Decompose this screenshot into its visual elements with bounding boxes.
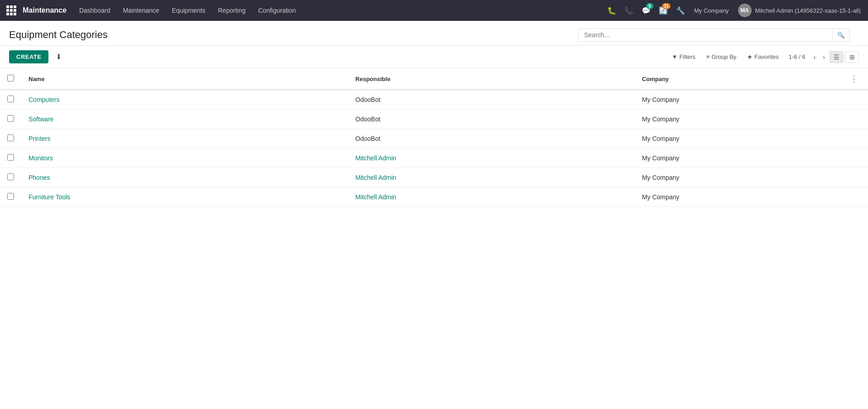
select-all-checkbox[interactable] xyxy=(7,75,14,82)
row-company-value: My Company xyxy=(642,193,679,201)
row-actions-cell xyxy=(840,90,868,110)
row-checkbox[interactable] xyxy=(7,193,14,200)
row-checkbox-cell[interactable] xyxy=(0,168,21,188)
filter-icon: ▼ xyxy=(672,53,678,60)
row-actions-cell xyxy=(840,149,868,168)
row-name-link[interactable]: Printers xyxy=(29,135,50,142)
col-company-label: Company xyxy=(642,76,669,82)
row-checkbox-cell[interactable] xyxy=(0,188,21,207)
row-company-cell: My Company xyxy=(635,168,840,188)
row-responsible-value[interactable]: Mitchell Admin xyxy=(355,193,396,201)
col-name-label: Name xyxy=(29,76,44,82)
search-button[interactable]: 🔍 xyxy=(833,29,850,42)
chat-badge: 5 xyxy=(646,3,653,9)
nav-configuration[interactable]: Configuration xyxy=(253,0,301,21)
row-responsible-cell: Mitchell Admin xyxy=(348,149,635,168)
row-name-cell: Furniture Tools xyxy=(21,188,348,207)
toolbar-right: ▼ Filters ≡ Group By ★ Favorites 1-6 / 6… xyxy=(667,51,859,63)
column-header-name[interactable]: Name xyxy=(21,68,348,90)
refresh-badge: 31 xyxy=(662,3,671,9)
row-company-value: My Company xyxy=(642,174,679,181)
row-responsible-value[interactable]: Mitchell Admin xyxy=(355,154,396,162)
row-company-value: My Company xyxy=(642,115,679,123)
row-name-link[interactable]: Computers xyxy=(29,96,59,103)
row-company-value: My Company xyxy=(642,135,679,142)
filters-button[interactable]: ▼ Filters xyxy=(667,51,700,63)
phone-icon-btn[interactable]: 📞 xyxy=(621,2,637,19)
group-by-label: Group By xyxy=(711,53,736,60)
row-checkbox-cell[interactable] xyxy=(0,149,21,168)
next-page-button[interactable]: › xyxy=(820,52,828,63)
chat-icon-btn[interactable]: 💬 5 xyxy=(638,2,654,19)
search-bar: 🔍 xyxy=(578,28,850,42)
group-by-icon: ≡ xyxy=(706,53,710,60)
table-row: Computers OdooBot My Company xyxy=(0,90,868,110)
row-checkbox[interactable] xyxy=(7,154,14,161)
prev-page-button[interactable]: ‹ xyxy=(811,52,819,63)
avatar: MA xyxy=(738,4,752,17)
row-responsible-cell: OdooBot xyxy=(348,110,635,129)
page-title: Equipment Categories xyxy=(9,29,108,41)
row-company-value: My Company xyxy=(642,96,679,103)
group-by-button[interactable]: ≡ Group By xyxy=(702,51,741,63)
row-name-cell: Computers xyxy=(21,90,348,110)
apps-menu-icon[interactable] xyxy=(4,3,19,18)
main-content: Equipment Categories 🔍 CREATE ⬇ ▼ Filter… xyxy=(0,21,868,409)
row-checkbox[interactable] xyxy=(7,135,14,141)
app-brand: Maintenance xyxy=(21,6,72,14)
row-checkbox[interactable] xyxy=(7,96,14,102)
table-row: Printers OdooBot My Company xyxy=(0,129,868,149)
nav-username: Mitchell Admin (14956322-saas-15-1-all) xyxy=(755,7,861,14)
row-company-cell: My Company xyxy=(635,129,840,149)
table-row: Phones Mitchell Admin My Company xyxy=(0,168,868,188)
column-header-responsible[interactable]: Responsible xyxy=(348,68,635,90)
row-responsible-value: OdooBot xyxy=(355,115,380,123)
row-name-cell: Software xyxy=(21,110,348,129)
kanban-view-button[interactable]: ⊞ xyxy=(845,51,859,63)
column-options-button[interactable]: ⋮ xyxy=(847,73,861,85)
bug-icon-btn[interactable]: 🐛 xyxy=(604,2,620,19)
list-view-button[interactable]: ☰ xyxy=(830,51,844,63)
row-name-link[interactable]: Furniture Tools xyxy=(29,193,70,201)
row-name-link[interactable]: Software xyxy=(29,115,53,123)
favorites-label: Favorites xyxy=(754,53,778,60)
create-button[interactable]: CREATE xyxy=(9,50,48,63)
row-actions-cell xyxy=(840,129,868,149)
row-responsible-cell: Mitchell Admin xyxy=(348,188,635,207)
filters-label: Filters xyxy=(679,53,695,60)
search-input[interactable] xyxy=(578,28,833,42)
table-row: Monitors Mitchell Admin My Company xyxy=(0,149,868,168)
column-header-company[interactable]: Company xyxy=(635,68,840,90)
row-responsible-value: OdooBot xyxy=(355,96,380,103)
row-responsible-value: OdooBot xyxy=(355,135,380,142)
top-navigation: Maintenance Dashboard Maintenance Equipm… xyxy=(0,0,868,21)
row-name-cell: Printers xyxy=(21,129,348,149)
row-checkbox[interactable] xyxy=(7,115,14,122)
row-checkbox-cell[interactable] xyxy=(0,110,21,129)
col-responsible-label: Responsible xyxy=(355,76,390,82)
row-responsible-cell: OdooBot xyxy=(348,129,635,149)
tools-icon-btn[interactable]: 🔧 xyxy=(672,2,689,19)
row-name-link[interactable]: Monitors xyxy=(29,154,53,162)
nav-company[interactable]: My Company xyxy=(691,7,733,14)
pagination-info: 1-6 / 6 xyxy=(785,53,809,60)
nav-equipments[interactable]: Equipments xyxy=(167,0,211,21)
toolbar: CREATE ⬇ ▼ Filters ≡ Group By ★ Favorite… xyxy=(0,46,868,68)
column-header-actions: ⋮ xyxy=(840,68,868,90)
favorites-icon: ★ xyxy=(747,53,753,60)
nav-user[interactable]: MA Mitchell Admin (14956322-saas-15-1-al… xyxy=(734,4,864,17)
nav-maintenance[interactable]: Maintenance xyxy=(117,0,164,21)
row-checkbox-cell[interactable] xyxy=(0,90,21,110)
row-name-link[interactable]: Phones xyxy=(29,174,50,181)
row-checkbox-cell[interactable] xyxy=(0,129,21,149)
nav-dashboard[interactable]: Dashboard xyxy=(74,0,116,21)
favorites-button[interactable]: ★ Favorites xyxy=(743,51,783,63)
row-responsible-value[interactable]: Mitchell Admin xyxy=(355,174,396,181)
row-checkbox[interactable] xyxy=(7,173,14,180)
refresh-icon-btn[interactable]: 🔄 31 xyxy=(655,2,671,19)
table-row: Furniture Tools Mitchell Admin My Compan… xyxy=(0,188,868,207)
download-button[interactable]: ⬇ xyxy=(52,51,65,63)
nav-reporting[interactable]: Reporting xyxy=(213,0,251,21)
row-company-cell: My Company xyxy=(635,149,840,168)
select-all-header[interactable] xyxy=(0,68,21,90)
